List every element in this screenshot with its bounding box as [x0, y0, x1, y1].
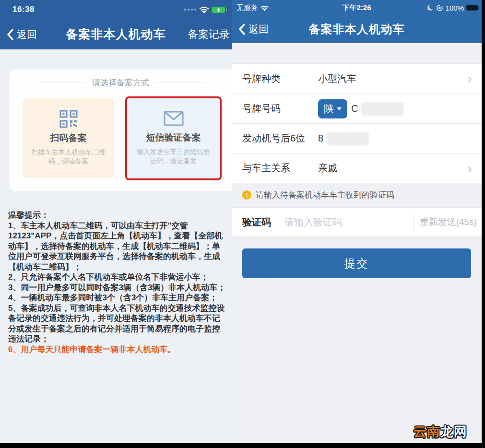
composite-screenshot: 16:38 返回 备案非本人机动车: [0, 0, 485, 448]
verification-code-input[interactable]: [284, 217, 414, 228]
watermark-part1: 云南: [414, 424, 440, 439]
option-title: 扫码备案: [23, 132, 114, 144]
tip-line: 2、只允许备案个人名下机动车或单位名下非营运小车；: [8, 272, 228, 283]
row-plate-number[interactable]: 号牌号码 陕 C: [232, 94, 482, 123]
caret-down-icon: [337, 107, 342, 110]
field-label: 验证码: [242, 216, 284, 229]
option-desc: 扫描车主本人机动车二维码，识读备案: [30, 148, 107, 166]
option-title: 短信验证备案: [127, 131, 220, 144]
field-label: 号牌种类: [242, 72, 318, 85]
right-screen: 下午2:26 无服务 100%: [232, 0, 482, 443]
method-picker-card: 请选择备案方式 扫码备案: [10, 70, 232, 191]
tip-line: 3、同一用户最多可以同时备案3辆（含3辆）非本人机动车；: [8, 283, 228, 293]
field-label: 号牌号码: [242, 102, 318, 115]
province-label: 陕: [324, 102, 334, 116]
tip-line: 5、备案成功后，可查询非本人名下机动车的交通技术监控设备记录的交通违法行为，并可…: [8, 303, 228, 344]
records-link[interactable]: 备案记录: [188, 19, 230, 49]
status-icons: [184, 6, 225, 13]
tips-block: 温馨提示： 1、车主本人机动车二维码，可以由车主打开"交管12123"APP，点…: [8, 210, 228, 354]
resend-code-button[interactable]: 重新发送(45s): [414, 213, 482, 231]
envelope-icon: [127, 108, 220, 129]
chevron-right-icon: ›: [467, 161, 472, 176]
wifi-icon: [260, 5, 269, 11]
picker-header: 请选择备案方式: [10, 77, 232, 88]
verification-hint: ! 请输入待备案机动车车主收到的验证码: [232, 183, 482, 207]
option-sms-register-selected[interactable]: 短信验证备案 输入发送至车主的短信验证码，验证备案: [125, 96, 222, 180]
engine-number-value[interactable]: 8: [318, 133, 323, 144]
option-scan-register[interactable]: 扫码备案 扫描车主本人机动车二维码，识读备案: [23, 98, 114, 178]
chevron-right-icon: ›: [467, 71, 472, 86]
province-dropdown[interactable]: 陕: [318, 99, 347, 118]
right-status-bar: 下午2:26 无服务 100%: [232, 0, 482, 15]
divider: [156, 83, 204, 83]
picker-header-label: 请选择备案方式: [92, 77, 149, 88]
redacted-plate-number: [362, 103, 403, 115]
moon-icon: [427, 4, 434, 11]
option-desc: 输入发送至车主的短信验证码，验证备案: [135, 147, 212, 165]
tip-line: 1、车主本人机动车二维码，可以由车主打开"交管12123"APP，点击首页面左上…: [8, 221, 228, 272]
clock: 16:38: [12, 5, 35, 14]
left-nav-bar: 返回 备案非本人机动车 备案记录: [0, 19, 232, 49]
left-screen: 16:38 返回 备案非本人机动车: [0, 0, 232, 443]
signal-icon: [184, 9, 196, 11]
redacted-engine-number: [327, 132, 368, 145]
site-watermark: 云南龙网: [414, 423, 467, 440]
tips-title: 温馨提示：: [8, 210, 228, 221]
page-title: 备案非本人机动车: [232, 15, 482, 43]
submit-button[interactable]: 提交: [242, 248, 471, 278]
row-verification-code: 验证码 重新发送(45s): [232, 207, 482, 237]
field-value: 小型汽车: [318, 72, 356, 85]
row-plate-type[interactable]: 号牌种类 小型汽车 ›: [232, 64, 482, 94]
battery-icon: [466, 5, 478, 11]
warning-text: 请输入待备案机动车车主收到的验证码: [256, 189, 394, 200]
wifi-icon: [199, 6, 209, 13]
battery-percent: 100%: [446, 4, 464, 12]
orientation-lock-icon: [436, 4, 443, 12]
form: 号牌种类 小型汽车 › 号牌号码 陕 C 发动机号后6位 8: [232, 63, 482, 183]
tip-line: 4、一辆机动车最多同时被3个（含3个）非车主用户备案；: [8, 293, 228, 303]
left-status-bar: 16:38: [0, 0, 232, 19]
plate-number-value[interactable]: C: [351, 103, 358, 114]
warning-icon: !: [242, 190, 251, 200]
watermark-part2: 龙网: [440, 424, 467, 439]
field-value: 亲戚: [318, 162, 337, 175]
row-engine-number[interactable]: 发动机号后6位 8: [232, 123, 482, 153]
divider: [37, 83, 85, 83]
right-nav-bar: 返回 备案非本人机动车: [232, 15, 482, 43]
carrier-label: 无服务: [237, 3, 258, 12]
field-label: 与车主关系: [242, 162, 318, 175]
row-owner-relation[interactable]: 与车主关系 亲戚 ›: [232, 153, 482, 183]
qr-code-icon: [23, 109, 114, 129]
battery-charging-icon: [212, 7, 225, 13]
field-label: 发动机号后6位: [242, 132, 318, 145]
tip-line-highlight: 6、用户每天只能申请备案一辆非本人机动车。: [8, 344, 228, 355]
